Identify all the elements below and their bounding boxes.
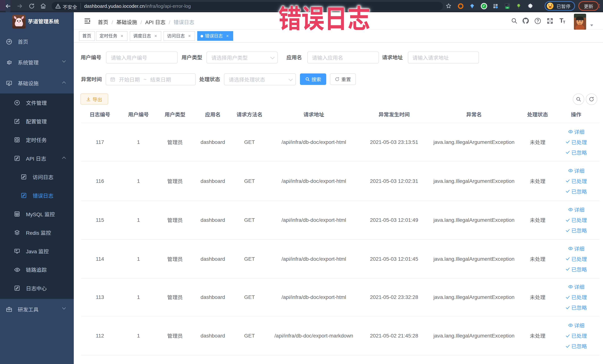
svg-text:on: on	[506, 7, 508, 9]
